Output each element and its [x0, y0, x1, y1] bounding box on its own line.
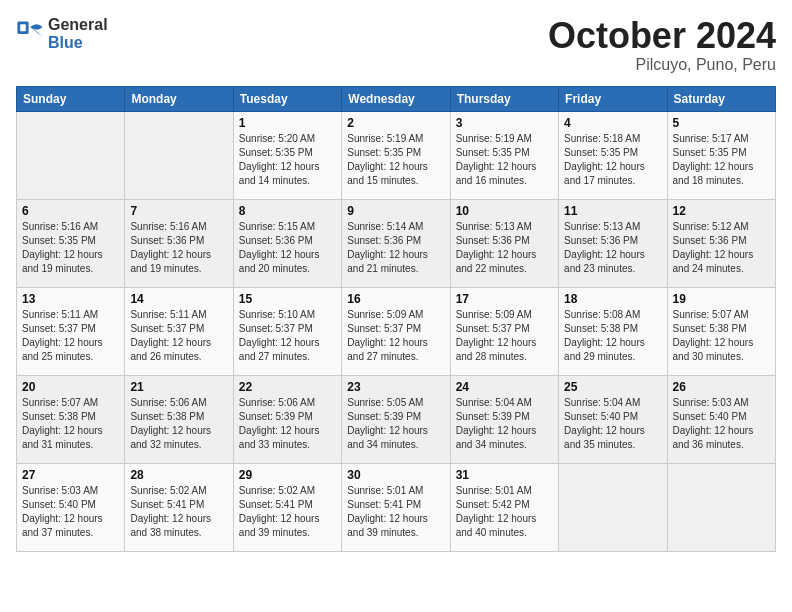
cell-day-number: 27 — [22, 468, 119, 482]
daylight-text: Daylight: 12 hours and 31 minutes. — [22, 425, 103, 450]
cell-day-number: 4 — [564, 116, 661, 130]
weekday-header: Wednesday — [342, 86, 450, 111]
cell-info: Sunrise: 5:20 AM Sunset: 5:35 PM Dayligh… — [239, 132, 336, 188]
calendar-cell: 17 Sunrise: 5:09 AM Sunset: 5:37 PM Dayl… — [450, 287, 558, 375]
cell-info: Sunrise: 5:06 AM Sunset: 5:39 PM Dayligh… — [239, 396, 336, 452]
cell-day-number: 5 — [673, 116, 770, 130]
cell-day-number: 20 — [22, 380, 119, 394]
cell-info: Sunrise: 5:11 AM Sunset: 5:37 PM Dayligh… — [130, 308, 227, 364]
sunset-text: Sunset: 5:35 PM — [22, 235, 96, 246]
calendar-cell: 16 Sunrise: 5:09 AM Sunset: 5:37 PM Dayl… — [342, 287, 450, 375]
daylight-text: Daylight: 12 hours and 28 minutes. — [456, 337, 537, 362]
logo-general-text: General — [48, 16, 108, 34]
calendar-cell: 8 Sunrise: 5:15 AM Sunset: 5:36 PM Dayli… — [233, 199, 341, 287]
cell-info: Sunrise: 5:02 AM Sunset: 5:41 PM Dayligh… — [239, 484, 336, 540]
calendar-cell: 10 Sunrise: 5:13 AM Sunset: 5:36 PM Dayl… — [450, 199, 558, 287]
calendar-cell: 12 Sunrise: 5:12 AM Sunset: 5:36 PM Dayl… — [667, 199, 775, 287]
sunset-text: Sunset: 5:35 PM — [239, 147, 313, 158]
calendar-week-row: 1 Sunrise: 5:20 AM Sunset: 5:35 PM Dayli… — [17, 111, 776, 199]
calendar-cell: 30 Sunrise: 5:01 AM Sunset: 5:41 PM Dayl… — [342, 463, 450, 551]
daylight-text: Daylight: 12 hours and 24 minutes. — [673, 249, 754, 274]
page-subtitle: Pilcuyo, Puno, Peru — [548, 56, 776, 74]
cell-day-number: 26 — [673, 380, 770, 394]
cell-day-number: 12 — [673, 204, 770, 218]
cell-day-number: 31 — [456, 468, 553, 482]
sunset-text: Sunset: 5:37 PM — [22, 323, 96, 334]
sunset-text: Sunset: 5:37 PM — [239, 323, 313, 334]
daylight-text: Daylight: 12 hours and 34 minutes. — [347, 425, 428, 450]
weekday-header: Tuesday — [233, 86, 341, 111]
cell-info: Sunrise: 5:16 AM Sunset: 5:36 PM Dayligh… — [130, 220, 227, 276]
sunrise-text: Sunrise: 5:16 AM — [22, 221, 98, 232]
sunrise-text: Sunrise: 5:13 AM — [564, 221, 640, 232]
daylight-text: Daylight: 12 hours and 34 minutes. — [456, 425, 537, 450]
sunrise-text: Sunrise: 5:11 AM — [130, 309, 206, 320]
cell-day-number: 9 — [347, 204, 444, 218]
calendar-cell: 25 Sunrise: 5:04 AM Sunset: 5:40 PM Dayl… — [559, 375, 667, 463]
cell-info: Sunrise: 5:03 AM Sunset: 5:40 PM Dayligh… — [22, 484, 119, 540]
daylight-text: Daylight: 12 hours and 16 minutes. — [456, 161, 537, 186]
sunset-text: Sunset: 5:38 PM — [130, 411, 204, 422]
page-title: October 2024 — [548, 16, 776, 56]
cell-info: Sunrise: 5:07 AM Sunset: 5:38 PM Dayligh… — [673, 308, 770, 364]
sunset-text: Sunset: 5:36 PM — [347, 235, 421, 246]
sunrise-text: Sunrise: 5:05 AM — [347, 397, 423, 408]
cell-info: Sunrise: 5:19 AM Sunset: 5:35 PM Dayligh… — [347, 132, 444, 188]
cell-info: Sunrise: 5:02 AM Sunset: 5:41 PM Dayligh… — [130, 484, 227, 540]
daylight-text: Daylight: 12 hours and 29 minutes. — [564, 337, 645, 362]
calendar-cell — [125, 111, 233, 199]
calendar-cell: 18 Sunrise: 5:08 AM Sunset: 5:38 PM Dayl… — [559, 287, 667, 375]
daylight-text: Daylight: 12 hours and 19 minutes. — [130, 249, 211, 274]
cell-info: Sunrise: 5:13 AM Sunset: 5:36 PM Dayligh… — [456, 220, 553, 276]
cell-info: Sunrise: 5:10 AM Sunset: 5:37 PM Dayligh… — [239, 308, 336, 364]
sunrise-text: Sunrise: 5:15 AM — [239, 221, 315, 232]
daylight-text: Daylight: 12 hours and 33 minutes. — [239, 425, 320, 450]
sunrise-text: Sunrise: 5:06 AM — [239, 397, 315, 408]
cell-day-number: 15 — [239, 292, 336, 306]
daylight-text: Daylight: 12 hours and 22 minutes. — [456, 249, 537, 274]
cell-day-number: 13 — [22, 292, 119, 306]
cell-day-number: 10 — [456, 204, 553, 218]
sunset-text: Sunset: 5:36 PM — [239, 235, 313, 246]
sunset-text: Sunset: 5:40 PM — [564, 411, 638, 422]
cell-info: Sunrise: 5:04 AM Sunset: 5:40 PM Dayligh… — [564, 396, 661, 452]
daylight-text: Daylight: 12 hours and 25 minutes. — [22, 337, 103, 362]
calendar-cell: 7 Sunrise: 5:16 AM Sunset: 5:36 PM Dayli… — [125, 199, 233, 287]
daylight-text: Daylight: 12 hours and 37 minutes. — [22, 513, 103, 538]
daylight-text: Daylight: 12 hours and 17 minutes. — [564, 161, 645, 186]
sunrise-text: Sunrise: 5:16 AM — [130, 221, 206, 232]
daylight-text: Daylight: 12 hours and 35 minutes. — [564, 425, 645, 450]
sunrise-text: Sunrise: 5:09 AM — [347, 309, 423, 320]
sunrise-text: Sunrise: 5:07 AM — [22, 397, 98, 408]
cell-day-number: 16 — [347, 292, 444, 306]
sunset-text: Sunset: 5:38 PM — [673, 323, 747, 334]
sunset-text: Sunset: 5:42 PM — [456, 499, 530, 510]
daylight-text: Daylight: 12 hours and 27 minutes. — [347, 337, 428, 362]
weekday-header: Friday — [559, 86, 667, 111]
calendar-cell: 13 Sunrise: 5:11 AM Sunset: 5:37 PM Dayl… — [17, 287, 125, 375]
cell-day-number: 14 — [130, 292, 227, 306]
daylight-text: Daylight: 12 hours and 27 minutes. — [239, 337, 320, 362]
calendar-cell: 20 Sunrise: 5:07 AM Sunset: 5:38 PM Dayl… — [17, 375, 125, 463]
cell-day-number: 23 — [347, 380, 444, 394]
sunrise-text: Sunrise: 5:03 AM — [673, 397, 749, 408]
sunset-text: Sunset: 5:36 PM — [130, 235, 204, 246]
cell-day-number: 17 — [456, 292, 553, 306]
sunrise-text: Sunrise: 5:19 AM — [347, 133, 423, 144]
calendar-cell: 26 Sunrise: 5:03 AM Sunset: 5:40 PM Dayl… — [667, 375, 775, 463]
calendar-cell: 29 Sunrise: 5:02 AM Sunset: 5:41 PM Dayl… — [233, 463, 341, 551]
sunrise-text: Sunrise: 5:01 AM — [456, 485, 532, 496]
cell-info: Sunrise: 5:14 AM Sunset: 5:36 PM Dayligh… — [347, 220, 444, 276]
sunset-text: Sunset: 5:35 PM — [564, 147, 638, 158]
title-block: October 2024 Pilcuyo, Puno, Peru — [548, 16, 776, 74]
sunrise-text: Sunrise: 5:02 AM — [130, 485, 206, 496]
cell-info: Sunrise: 5:05 AM Sunset: 5:39 PM Dayligh… — [347, 396, 444, 452]
sunset-text: Sunset: 5:38 PM — [564, 323, 638, 334]
daylight-text: Daylight: 12 hours and 21 minutes. — [347, 249, 428, 274]
sunset-text: Sunset: 5:35 PM — [347, 147, 421, 158]
sunset-text: Sunset: 5:35 PM — [456, 147, 530, 158]
calendar-week-row: 27 Sunrise: 5:03 AM Sunset: 5:40 PM Dayl… — [17, 463, 776, 551]
cell-day-number: 25 — [564, 380, 661, 394]
sunrise-text: Sunrise: 5:13 AM — [456, 221, 532, 232]
cell-info: Sunrise: 5:15 AM Sunset: 5:36 PM Dayligh… — [239, 220, 336, 276]
